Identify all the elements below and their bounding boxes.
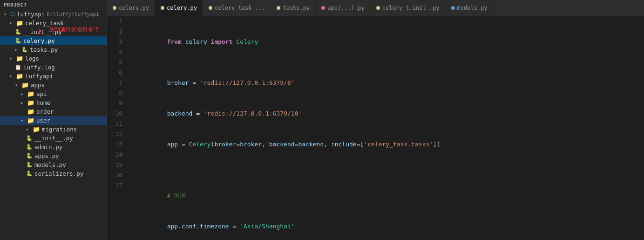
sidebar-item-serializers[interactable]: 🐍 serializers.py xyxy=(0,169,107,178)
arrow-celery-task xyxy=(9,21,16,26)
sidebar-item-logs[interactable]: 📁 logs xyxy=(0,54,107,63)
tab-label-6: celery_t.init_.py xyxy=(382,5,440,11)
tab-label-1: celery.py xyxy=(119,5,149,11)
sidebar-item-admin[interactable]: 🐍 admin.py xyxy=(0,143,107,151)
code-line-6: app = Celery(broker=broker, backend=back… xyxy=(138,129,644,160)
sidebar-label-order: order xyxy=(36,108,54,115)
main-panel: celery.py celery.py celery_task_... task… xyxy=(107,0,644,240)
sidebar-item-apps-py[interactable]: 🐍 apps.py xyxy=(0,151,107,160)
sidebar-label-serializers: serializers.py xyxy=(34,170,83,177)
tab-celery-2[interactable]: celery.py xyxy=(155,0,203,16)
arrow-migrations xyxy=(26,127,33,132)
py-icon-celery: 🐍 xyxy=(15,38,21,44)
code-line-1 xyxy=(138,16,644,27)
sidebar-item-order[interactable]: 📁 order xyxy=(0,107,107,116)
code-line-5: backend = 'redis://127.0.0.1:6379/10' xyxy=(138,98,644,129)
folder-icon-api: 📁 xyxy=(27,90,34,97)
sidebar-item-home[interactable]: 📁 home xyxy=(0,98,107,107)
sidebar-label-user: user xyxy=(36,117,50,124)
code-line-2: from celery import Celery xyxy=(138,27,644,57)
sidebar-item-models[interactable]: 🐍 models.py xyxy=(0,160,107,169)
tab-celery-init[interactable]: celery_t.init_.py xyxy=(371,0,446,16)
py-icon-models: 🐍 xyxy=(26,162,33,168)
sidebar-header: PROJECT xyxy=(0,0,107,10)
tab-celery-task[interactable]: celery_task_... xyxy=(203,0,271,16)
sidebar-item-user-init[interactable]: 🐍 __init__.py xyxy=(0,134,107,143)
arrow-tasks xyxy=(15,47,21,52)
tab-label-7: models.py xyxy=(457,5,488,11)
arrow-apps xyxy=(15,82,21,88)
sidebar-label-home: home xyxy=(36,99,50,106)
folder-icon-celery-task: 📁 xyxy=(16,20,23,27)
sidebar-label-apps: apps xyxy=(31,82,45,89)
tab-label-3: celery_task_... xyxy=(215,5,265,11)
tab-dot-4 xyxy=(277,6,280,10)
py-icon-user-init: 🐍 xyxy=(26,135,33,141)
folder-icon-home: 📁 xyxy=(27,99,34,106)
tab-label-5: app(...).py xyxy=(327,5,364,11)
sidebar-label-celery-py: celery.py xyxy=(23,37,55,44)
sidebar-label-tasks-py: tasks.py xyxy=(30,46,58,53)
folder-icon-apps: 📁 xyxy=(21,82,29,89)
folder-icon-order: 📁 xyxy=(27,108,34,115)
sidebar-label-models: models.py xyxy=(34,161,66,168)
code-content[interactable]: from celery import Celery broker = 'redi… xyxy=(130,16,644,240)
tab-dot-2 xyxy=(161,6,164,10)
code-line-4: broker = 'redis://127.0.0.1:6379/8' xyxy=(138,68,644,98)
sidebar-item-celery-py[interactable]: 🐍 celery.py xyxy=(0,36,107,45)
folder-icon-user: 📁 xyxy=(27,117,34,124)
arrow-logs xyxy=(9,56,16,61)
arrow-home xyxy=(20,100,27,105)
sidebar-label-migrations: migrations xyxy=(42,126,77,133)
py-icon-admin: 🐍 xyxy=(26,144,33,150)
sidebar-item-user[interactable]: 📁 user xyxy=(0,116,107,125)
sidebar-label-luffyapi: luffyapi xyxy=(25,73,53,80)
code-line-8 xyxy=(138,170,644,180)
arrow-luffyapi-folder xyxy=(9,74,16,79)
log-icon: 📋 xyxy=(15,64,21,70)
code-line-10: app.conf.timezone = 'Asia/Shanghai' xyxy=(138,211,644,240)
sidebar-label-api: api xyxy=(36,90,47,97)
sidebar-item-tasks-py[interactable]: 🐍 tasks.py xyxy=(0,45,107,54)
tabs-bar: celery.py celery.py celery_task_... task… xyxy=(107,0,644,16)
sidebar-item-apps[interactable]: 📁 apps xyxy=(0,81,107,89)
code-line-9: # 时区 xyxy=(138,180,644,211)
sidebar-label-luffy-log: luffy.log xyxy=(23,64,55,71)
py-icon-serializers: 🐍 xyxy=(26,171,33,177)
sidebar-item-celery-init[interactable]: 🐍 __init__.py ↗ 放到项目的根目录下 xyxy=(0,27,107,36)
py-icon-init: 🐍 xyxy=(15,29,21,35)
sidebar-root-path: D:\luffy\luffyapi xyxy=(47,11,99,17)
tab-app[interactable]: app(...).py xyxy=(316,0,370,16)
py-icon-apps: 🐍 xyxy=(26,153,33,159)
sidebar-item-migrations[interactable]: 📁 migrations xyxy=(0,125,107,134)
annotation-arrow: ↗ xyxy=(37,27,42,35)
sidebar-root-name: luffyapi xyxy=(17,11,45,18)
sidebar-item-api[interactable]: 📁 api xyxy=(0,89,107,98)
sidebar-project-label: PROJECT xyxy=(4,2,27,8)
code-editor[interactable]: 1 2 3 4 5 6 7 8 9 10 11 12 13 14 15 16 1… xyxy=(107,16,644,240)
sidebar-item-luffyapi-root[interactable]: ⬡ luffyapi D:\luffy\luffyapi xyxy=(0,10,107,19)
tab-tasks[interactable]: tasks.py xyxy=(271,0,316,16)
annotation-text: 放到项目的根目录下 xyxy=(49,26,99,34)
sidebar-item-luffy-log[interactable]: 📋 luffy.log xyxy=(0,63,107,72)
tab-label-4: tasks.py xyxy=(283,5,310,11)
tab-label-2: celery.py xyxy=(167,5,197,11)
py-icon-tasks: 🐍 xyxy=(21,47,28,53)
tab-dot-3 xyxy=(209,6,212,10)
folder-icon-luffyapi: 📁 xyxy=(16,73,23,80)
tab-models[interactable]: models.py xyxy=(446,0,494,16)
monitor-icon: ⬡ xyxy=(10,11,15,17)
sidebar: PROJECT ⬡ luffyapi D:\luffy\luffyapi 📁 c… xyxy=(0,0,107,240)
sidebar-item-luffyapi-folder[interactable]: 📁 luffyapi xyxy=(0,72,107,81)
arrow-luffyapi xyxy=(4,12,10,17)
sidebar-label-user-init: __init__.py xyxy=(34,135,73,142)
sidebar-label-apps-py: apps.py xyxy=(34,152,59,159)
folder-icon-logs: 📁 xyxy=(16,55,23,62)
sidebar-label-admin: admin.py xyxy=(34,144,62,151)
tab-dot-6 xyxy=(376,6,380,10)
code-line-7 xyxy=(138,160,644,170)
sidebar-label-logs: logs xyxy=(25,55,39,62)
folder-icon-migrations: 📁 xyxy=(33,126,40,133)
line-numbers: 1 2 3 4 5 6 7 8 9 10 11 12 13 14 15 16 1… xyxy=(107,16,130,240)
tab-celery-1[interactable]: celery.py xyxy=(107,0,155,16)
